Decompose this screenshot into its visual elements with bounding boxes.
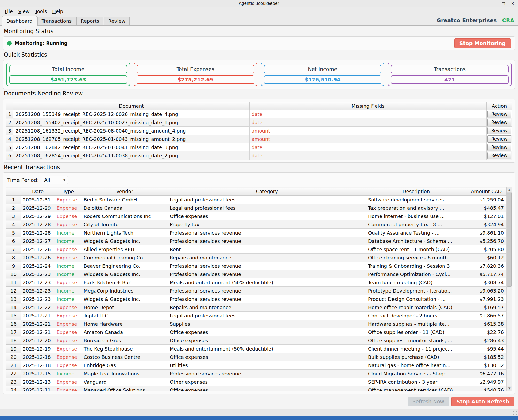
menu-item[interactable]: Tools [32, 7, 49, 15]
transaction-row[interactable]: 14 2025-12-22 Expense Home Depot Repairs… [6, 303, 507, 312]
transaction-description: Office cleaning service - 6 month... [366, 254, 466, 262]
transaction-row[interactable]: 19 2025-12-19 Expense The Keg Steakhouse… [6, 345, 507, 353]
document-row: 6 20251208_162854_receipt_REC-2025-11-00… [6, 151, 512, 160]
row-number: 6 [6, 237, 21, 245]
transaction-category: Office expenses [168, 353, 366, 361]
menu-item[interactable]: File [2, 7, 16, 15]
transaction-date: 2025-12-28 [21, 220, 55, 229]
transaction-category: Property tax [168, 220, 366, 229]
tab[interactable]: Review [104, 17, 130, 25]
stat-card: Total Expenses $275,212.69 [134, 63, 257, 86]
window-title: Agentic Bookkeeper [0, 1, 518, 6]
transaction-amount: $127.01 [466, 212, 507, 220]
transaction-row[interactable]: 15 2025-12-21 Expense Toptal LLC Legal a… [6, 312, 507, 320]
scrollbar-thumb[interactable] [507, 193, 512, 287]
transaction-date: 2025-12-21 [21, 328, 55, 336]
row-number: 9 [6, 262, 21, 270]
transaction-row[interactable]: 20 2025-12-18 Expense Costco Business Ce… [6, 353, 507, 361]
maximize-button[interactable]: □ [502, 0, 505, 7]
scroll-down-arrow-icon[interactable]: ▼ [507, 386, 512, 391]
transaction-row[interactable]: 3 2025-12-29 Expense Rogers Communicatio… [6, 212, 507, 220]
transaction-date: 2025-12-23 [21, 295, 55, 303]
transaction-category: Professional services revenue [168, 370, 366, 378]
review-button[interactable]: Review [487, 111, 511, 118]
transaction-row[interactable]: 11 2025-12-23 Expense Earls Kitchen + Ba… [6, 278, 507, 287]
transaction-row[interactable]: 9 2025-12-24 Income Beaver Engineering C… [6, 262, 507, 270]
transaction-type: Income [55, 287, 82, 295]
transaction-description: Tax preparation and advisory ... [366, 204, 466, 212]
transaction-row[interactable]: 21 2025-12-18 Expense Enbridge Gas Utili… [6, 361, 507, 370]
minimize-button[interactable]: – [494, 0, 496, 7]
transaction-row[interactable]: 12 2025-12-23 Income MegaCorp Industries… [6, 287, 507, 295]
transaction-date: 2025-12-27 [21, 237, 55, 245]
review-button[interactable]: Review [487, 119, 511, 126]
transaction-row[interactable]: 16 2025-12-21 Expense Home Hardware Supp… [6, 320, 507, 328]
transaction-row[interactable]: 4 2025-12-28 Expense City of Toronto Pro… [6, 220, 507, 229]
refresh-now-button[interactable]: Refresh Now [408, 397, 449, 406]
tax-authority-badge: CRA [502, 17, 514, 24]
transaction-row[interactable]: 1 2025-12-31 Expense Berlin Software Gmb… [6, 196, 507, 204]
tab[interactable]: Transactions [37, 17, 76, 25]
transaction-row[interactable]: 13 2025-12-23 Income Widgets & Gadgets I… [6, 295, 507, 303]
scrollbar-track[interactable] [507, 287, 512, 386]
transaction-row[interactable]: 6 2025-12-27 Income Widgets & Gadgets In… [6, 237, 507, 245]
transaction-row[interactable]: 2 2025-12-29 Expense Deloitte Canada Leg… [6, 204, 507, 212]
transaction-vendor: Widgets & Gadgets Inc. [82, 270, 168, 278]
header-right: Greatco Enterprises CRA [437, 17, 518, 25]
transaction-amount: $615.38 [466, 320, 507, 328]
menu-item[interactable]: View [16, 7, 32, 15]
transaction-category: Meals and entertainment (50% deductible) [168, 278, 366, 287]
action-column-header: Action [487, 102, 512, 110]
transaction-amount: $130.32 [466, 361, 507, 370]
description-column-header: Description [366, 187, 466, 196]
row-number: 22 [6, 370, 21, 378]
transaction-amount: $9,861.10 [466, 229, 507, 237]
stop-auto-refresh-button[interactable]: Stop Auto-Refresh [451, 397, 514, 406]
transaction-amount: $9,063.20 [466, 287, 507, 295]
transaction-description: Home office repair materials (CAD) [366, 303, 466, 312]
vertical-scrollbar[interactable]: ▲ ▼ [507, 187, 512, 391]
transactions-table: Date Type Vendor Category Description Am… [6, 187, 507, 391]
review-button[interactable]: Review [487, 152, 511, 159]
transaction-row[interactable]: 7 2025-12-26 Expense Allied Properties R… [6, 245, 507, 254]
transaction-row[interactable]: 22 2025-12-15 Income Maple Leaf Innovati… [6, 370, 507, 378]
transaction-row[interactable]: 17 2025-12-21 Expense Amazon Canada Offi… [6, 328, 507, 336]
close-button[interactable]: ✕ [511, 0, 514, 7]
stat-card-title: Net Income [264, 65, 382, 73]
transaction-vendor: Managed Office Solutions [82, 386, 168, 391]
transaction-row[interactable]: 18 2025-12-20 Expense Bureau en Gros Off… [6, 336, 507, 345]
transaction-row[interactable]: 8 2025-12-26 Expense Commercial Cleaning… [6, 254, 507, 262]
titlebar[interactable]: Agentic Bookkeeper – □ ✕ [0, 0, 518, 7]
transaction-vendor: Commercial Cleaning Co. [82, 254, 168, 262]
transaction-amount: $6,477.16 [466, 370, 507, 378]
tab[interactable]: Reports [76, 17, 103, 25]
transaction-vendor: Rogers Communications Inc [82, 212, 168, 220]
transaction-description: Performance Optimization - Cycl... [366, 270, 466, 278]
time-period-select[interactable]: All ▼ [42, 176, 68, 184]
recent-transactions-box: Time Period: All ▼ Date Type Vendor [3, 172, 515, 394]
tab[interactable]: Dashboard [2, 16, 37, 26]
transaction-category: Legal and professional fees [168, 196, 366, 204]
transactions-section-title: Recent Transactions [4, 164, 514, 170]
transaction-row[interactable]: 24 2025-12-11 Expense Managed Office Sol… [6, 386, 507, 391]
review-button[interactable]: Review [487, 127, 511, 134]
review-button[interactable]: Review [487, 135, 511, 143]
monitoring-status-label: Monitoring: Running [15, 41, 67, 46]
menu-item[interactable]: Help [49, 7, 66, 15]
transaction-vendor: Widgets & Gadgets Inc. [82, 295, 168, 303]
stop-monitoring-button[interactable]: Stop Monitoring [454, 38, 511, 48]
transaction-vendor: Deloitte Canada [82, 204, 168, 212]
transaction-row[interactable]: 23 2025-12-13 Expense Vanguard Other exp… [6, 378, 507, 386]
row-number: 7 [6, 245, 21, 254]
transaction-row[interactable]: 5 2025-12-28 Income Northern Lights Tech… [6, 229, 507, 237]
transaction-row[interactable]: 10 2025-12-23 Income Widgets & Gadgets I… [6, 270, 507, 278]
transaction-description: Hardware supplies - multiple ite... [366, 320, 466, 328]
transaction-type: Income [55, 237, 82, 245]
time-period-row: Time Period: All ▼ [6, 175, 512, 187]
missing-field-value: amount [250, 135, 487, 143]
scroll-up-arrow-icon[interactable]: ▲ [507, 187, 512, 193]
transaction-description: Prototype Development - Iteratio... [366, 287, 466, 295]
resize-grip-icon[interactable] [513, 411, 517, 415]
row-number: 19 [6, 345, 21, 353]
review-button[interactable]: Review [487, 144, 511, 151]
